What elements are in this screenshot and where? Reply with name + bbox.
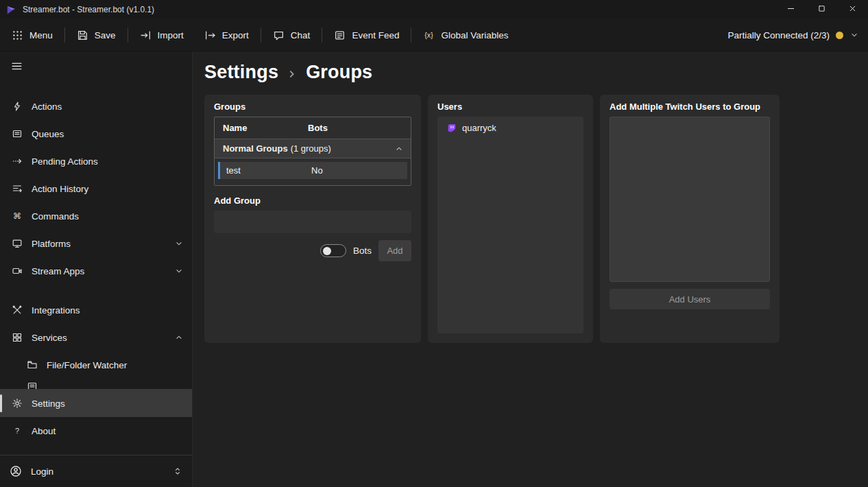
toolbar-separator <box>64 27 65 43</box>
grid4-icon <box>11 332 23 343</box>
toolbar-label: Menu <box>29 30 53 40</box>
toolbar-label: Chat <box>291 30 311 40</box>
toolbar-import-button[interactable]: Import <box>130 19 194 51</box>
sidebar-item-label: Commands <box>32 211 79 222</box>
sidebar-item-pending-actions[interactable]: Pending Actions <box>0 147 192 175</box>
toolbar-global-variables-button[interactable]: {x}Global Variables <box>413 19 518 51</box>
sidebar-item-hidden[interactable] <box>0 379 192 389</box>
toolbar-export-button[interactable]: Export <box>194 19 259 51</box>
chevron-up-icon <box>174 333 184 342</box>
svg-text:{x}: {x} <box>425 31 434 39</box>
main-content: Settings Groups Groups Name Bots Normal … <box>193 51 868 487</box>
hamburger-menu-button[interactable] <box>3 56 29 78</box>
add-group-controls: Bots Add <box>214 240 411 261</box>
groups-panel: Groups Name Bots Normal Groups (1 groups… <box>204 95 421 343</box>
sidebar-item-services[interactable]: Services <box>0 324 192 351</box>
sidebar-nav: ActionsQueuesPending ActionsAction Histo… <box>0 93 192 455</box>
breadcrumb-current: Groups <box>306 62 372 83</box>
add-group-label: Add Group <box>214 195 411 206</box>
breadcrumb: Settings Groups <box>204 62 868 83</box>
folder-icon <box>26 359 38 370</box>
user-row-quarryck[interactable]: quarryck <box>439 119 581 137</box>
sidebar-item-about[interactable]: ?About <box>0 417 192 444</box>
close-icon <box>848 4 857 15</box>
save-icon <box>77 29 88 41</box>
sidebar-item-label: Actions <box>32 102 62 112</box>
titlebar[interactable]: Streamer.bot - Streamer.bot (v1.0.1) <box>0 0 868 19</box>
braces-x-icon: {x} <box>423 29 435 41</box>
sidebar-item-label: Stream Apps <box>32 266 84 276</box>
sidebar-item-label: Settings <box>32 399 65 409</box>
history-icon <box>11 183 23 194</box>
group-bots-value: No <box>311 165 407 176</box>
groups-table-header: Name Bots <box>215 117 411 139</box>
app-body: ActionsQueuesPending ActionsAction Histo… <box>0 51 868 487</box>
add-users-panel: Add Multiple Twitch Users to Group Add U… <box>600 95 780 343</box>
group-section-header[interactable]: Normal Groups (1 groups) <box>215 139 411 158</box>
group-row-test[interactable]: testNo <box>218 162 407 179</box>
toolbar-separator <box>128 27 128 43</box>
grid-menu-icon <box>12 29 23 41</box>
minimize-button[interactable] <box>775 0 806 19</box>
sidebar-item-label: File/Folder Watcher <box>47 360 127 370</box>
sidebar-item-actions[interactable]: Actions <box>0 93 192 120</box>
add-group-input[interactable] <box>214 211 411 233</box>
chevron-updown-icon <box>173 466 182 476</box>
gear-icon <box>11 398 23 409</box>
breadcrumb-parent[interactable]: Settings <box>204 62 278 83</box>
add-group-button[interactable]: Add <box>378 240 411 261</box>
connection-status-label: Partially Connected (2/3) <box>727 30 830 40</box>
sidebar-item-platforms[interactable]: Platforms <box>0 230 192 257</box>
toolbar-menu-button[interactable]: Menu <box>1 19 63 51</box>
twitch-icon <box>447 123 457 133</box>
toolbar-event-feed-button[interactable]: Event Feed <box>324 19 409 51</box>
chevron-up-icon <box>394 144 404 154</box>
sidebar-item-stream-apps[interactable]: Stream Apps <box>0 257 192 285</box>
close-button[interactable] <box>837 0 868 19</box>
users-panel-title: Users <box>437 102 583 112</box>
group-name: test <box>226 165 311 176</box>
groups-panel-title: Groups <box>214 102 411 112</box>
add-users-button[interactable]: Add Users <box>610 289 770 309</box>
sidebar-item-label: Platforms <box>32 239 71 249</box>
sidebar-item-commands[interactable]: ⌘Commands <box>0 202 192 230</box>
sidebar-item-integrations[interactable]: Integrations <box>0 296 192 324</box>
toggle-knob <box>323 247 331 255</box>
sidebar-item-label: Pending Actions <box>32 156 98 167</box>
sidebar-item-label: Action History <box>32 184 88 194</box>
question-icon: ? <box>11 425 23 436</box>
maximize-button[interactable] <box>806 0 837 19</box>
hamburger-icon <box>11 60 23 74</box>
app-logo-icon <box>6 5 16 15</box>
toolbar-chat-button[interactable]: Chat <box>263 19 321 51</box>
chevron-right-icon <box>286 68 298 80</box>
sidebar-spacer <box>0 285 192 296</box>
toolbar: MenuSaveImportExportChatEvent Feed{x}Glo… <box>0 19 868 51</box>
svg-text:?: ? <box>14 427 19 435</box>
panels: Groups Name Bots Normal Groups (1 groups… <box>204 95 868 343</box>
import-icon <box>140 29 152 41</box>
chevron-down-icon <box>849 30 859 40</box>
add-users-panel-title: Add Multiple Twitch Users to Group <box>610 102 770 112</box>
sidebar-item-queues[interactable]: Queues <box>0 120 192 147</box>
export-icon <box>204 29 216 41</box>
event-feed-icon <box>334 29 346 41</box>
bots-toggle[interactable] <box>320 244 346 257</box>
connection-status[interactable]: Partially Connected (2/3) <box>719 19 868 51</box>
users-panel: Users quarryck <box>428 95 593 343</box>
sidebar-item-action-history[interactable]: Action History <box>0 175 192 202</box>
sidebar-item-label: Queues <box>32 129 64 139</box>
toolbar-label: Event Feed <box>352 30 399 40</box>
sidebar-item-settings[interactable]: Settings <box>0 390 192 417</box>
toolbar-label: Export <box>222 30 249 40</box>
toolbar-save-button[interactable]: Save <box>67 19 126 51</box>
sidebar-item-file-folder-watcher[interactable]: File/Folder Watcher <box>0 351 192 379</box>
sidebar-item-login[interactable]: Login <box>0 455 192 487</box>
lightning-icon <box>11 101 23 112</box>
group-section-name: Normal Groups <box>223 143 288 154</box>
connection-status-dot <box>836 32 843 39</box>
groups-table: Name Bots Normal Groups (1 groups) testN… <box>214 117 411 186</box>
toolbar-items: MenuSaveImportExportChatEvent Feed{x}Glo… <box>1 19 519 51</box>
multiple-users-textarea[interactable] <box>610 117 770 282</box>
command-icon: ⌘ <box>11 211 23 222</box>
